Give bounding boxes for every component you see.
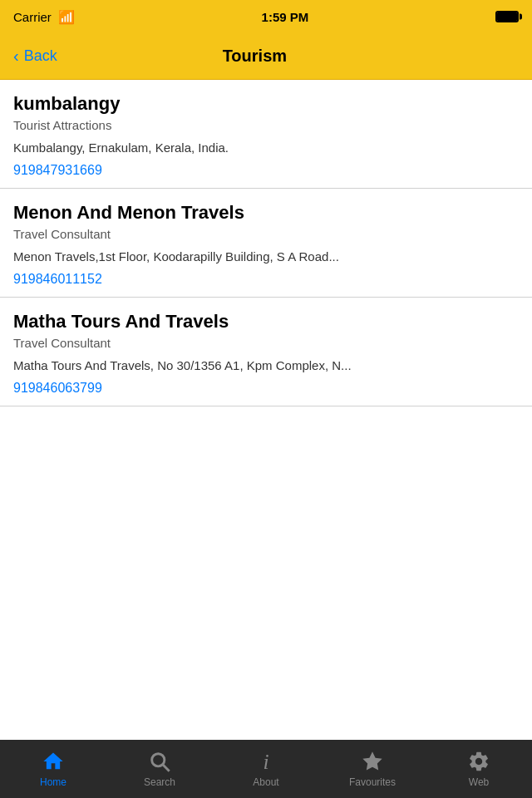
item-phone[interactable]: 919846063799 bbox=[13, 381, 519, 396]
tab-about[interactable]: i About bbox=[213, 740, 319, 798]
tab-home-label: Home bbox=[40, 776, 66, 788]
battery-icon bbox=[495, 11, 519, 22]
tab-favourites[interactable]: Favourites bbox=[319, 740, 426, 798]
nav-bar: ‹ Back Tourism bbox=[0, 33, 532, 80]
tab-home[interactable]: Home bbox=[0, 740, 106, 798]
item-phone[interactable]: 919846011152 bbox=[13, 272, 519, 287]
tab-web[interactable]: Web bbox=[426, 740, 532, 798]
item-category: Travel Consultant bbox=[13, 336, 519, 350]
status-time: 1:59 PM bbox=[262, 10, 309, 24]
item-category: Travel Consultant bbox=[13, 227, 519, 241]
star-icon bbox=[361, 750, 384, 773]
item-phone[interactable]: 919847931669 bbox=[13, 163, 519, 178]
listings-list: kumbalangy Tourist Attractions Kumbalang… bbox=[0, 80, 532, 740]
tab-search[interactable]: Search bbox=[106, 740, 213, 798]
list-item[interactable]: Matha Tours And Travels Travel Consultan… bbox=[0, 298, 532, 406]
carrier-text: Carrier bbox=[13, 10, 52, 24]
gear-icon bbox=[467, 750, 490, 773]
svg-text:i: i bbox=[264, 750, 269, 773]
search-icon bbox=[148, 750, 171, 773]
item-category: Tourist Attractions bbox=[13, 118, 519, 132]
battery-container bbox=[495, 11, 519, 22]
item-address: Matha Tours And Travels, No 30/1356 A1, … bbox=[13, 357, 519, 374]
status-carrier: Carrier 📶 bbox=[13, 9, 75, 25]
item-address: Menon Travels,1st Floor, Koodarapilly Bu… bbox=[13, 248, 519, 265]
tab-bar: Home Search i About Favourites Web bbox=[0, 740, 532, 798]
item-address: Kumbalangy, Ernakulam, Kerala, India. bbox=[13, 139, 519, 156]
list-item[interactable]: kumbalangy Tourist Attractions Kumbalang… bbox=[0, 80, 532, 189]
tab-web-label: Web bbox=[469, 776, 489, 788]
info-icon: i bbox=[254, 750, 278, 773]
page-title: Tourism bbox=[57, 47, 452, 66]
item-name: Menon And Menon Travels bbox=[13, 202, 519, 224]
status-bar: Carrier 📶 1:59 PM bbox=[0, 0, 532, 33]
svg-point-0 bbox=[152, 754, 165, 766]
tab-about-label: About bbox=[253, 776, 278, 788]
back-chevron-icon: ‹ bbox=[13, 47, 19, 66]
home-icon bbox=[42, 750, 65, 773]
tab-search-label: Search bbox=[144, 776, 175, 788]
back-button[interactable]: ‹ Back bbox=[13, 47, 57, 66]
item-name: kumbalangy bbox=[13, 93, 519, 115]
tab-favourites-label: Favourites bbox=[349, 776, 396, 788]
wifi-icon: 📶 bbox=[58, 9, 75, 25]
svg-marker-3 bbox=[362, 751, 382, 770]
svg-line-1 bbox=[163, 765, 170, 771]
list-item[interactable]: Menon And Menon Travels Travel Consultan… bbox=[0, 189, 532, 298]
item-name: Matha Tours And Travels bbox=[13, 311, 519, 332]
back-label: Back bbox=[24, 47, 57, 65]
